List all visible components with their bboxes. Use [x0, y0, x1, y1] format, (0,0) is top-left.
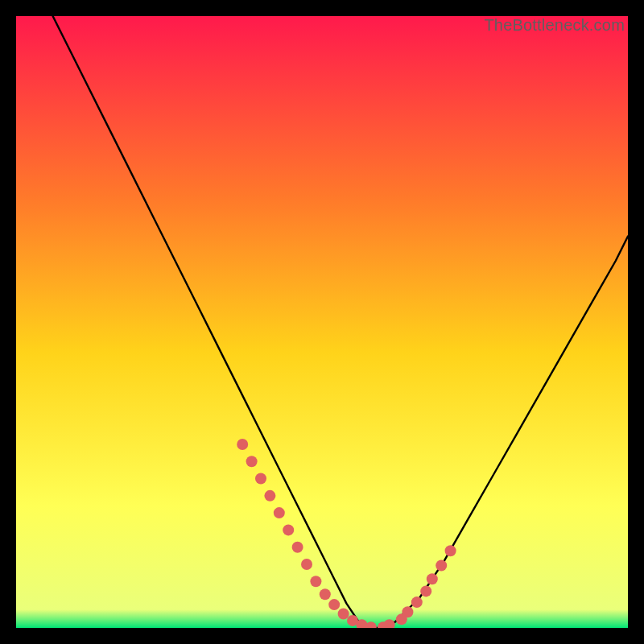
fit-marker [255, 473, 266, 485]
watermark-text: TheBottleneck.com [484, 16, 625, 35]
fit-marker [264, 490, 275, 502]
bottleneck-chart [16, 16, 628, 628]
fit-marker [283, 524, 294, 535]
fit-marker [427, 573, 438, 584]
fit-marker [246, 456, 258, 467]
fit-marker [237, 439, 248, 450]
fit-marker [402, 606, 413, 617]
fit-marker [411, 597, 423, 608]
gradient-background [16, 16, 628, 628]
fit-marker [445, 545, 456, 556]
fit-marker [320, 588, 331, 600]
fit-marker [274, 507, 285, 518]
chart-frame: TheBottleneck.com [16, 16, 628, 628]
fit-marker [301, 559, 312, 570]
fit-marker [328, 599, 340, 610]
fit-marker [420, 585, 431, 597]
fit-marker [292, 542, 303, 553]
fit-marker [338, 609, 349, 620]
fit-marker [436, 559, 447, 571]
fit-marker [310, 576, 321, 587]
